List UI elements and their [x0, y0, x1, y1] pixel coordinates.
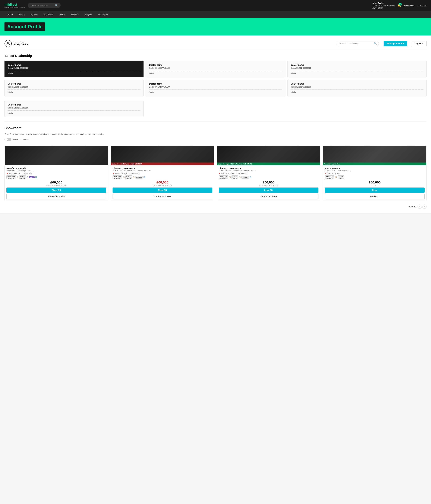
place-bid-button[interactable]: Place Bid — [219, 188, 318, 193]
vehicle-price: £00,000 — [219, 180, 318, 184]
logged-in-name: Andy Dealer — [14, 43, 28, 46]
notifications-badge: 25 — [399, 3, 402, 6]
dealer-card[interactable]: Dealer name Dealer ID: 192477181190 Admi… — [4, 61, 144, 77]
dealer-shop: 12345 The Great Big Car Shop — [372, 4, 395, 7]
vehicle-price: £00,000 — [113, 180, 212, 184]
vehicle-variant: C5 AIRCROSS 1.5 BlueHDi 130 Flair Plus 5… — [219, 170, 318, 172]
nav-purchases[interactable]: Purchases — [41, 11, 56, 18]
place-bid-button[interactable]: Place Bid — [6, 188, 106, 193]
dealer-card[interactable]: Dealer name Dealer ID: 192477181190 Admi… — [287, 61, 427, 77]
vehicle-info: Manufacturer Model Variant info.... ... … — [5, 165, 108, 201]
showroom-title: Showroom — [4, 126, 427, 130]
vehicle-make: Mercedes-Benz — [325, 167, 425, 170]
dealer-card-id: Dealer ID: 192477181190 — [8, 67, 140, 71]
logo-sub: Powered by Motability Operations — [4, 7, 25, 8]
buy-now-button[interactable]: Buy Now for £29,000 — [6, 194, 106, 199]
header: mfldirect Powered by Motability Operatio… — [0, 0, 431, 11]
location-icon: 📍 — [6, 173, 8, 174]
log-out-button[interactable]: Log Out — [411, 41, 427, 46]
vehicle-search-container: 🔍 — [28, 3, 61, 8]
vehicle-card: You're the highest bidder Your max bid: … — [217, 146, 320, 201]
nav-our-impact[interactable]: Our Impact — [95, 11, 111, 18]
nav-home[interactable]: Home — [4, 11, 16, 18]
dealer-card-role: Admin — [149, 72, 282, 74]
bid-status-banner: You've been outbid Your max bid: £00,000 — [111, 162, 214, 165]
view-all-row: View All ‹ › — [4, 203, 427, 209]
buy-now-button[interactable]: Buy Now for £15,000 — [113, 194, 212, 199]
place-bid-button[interactable]: Place — [325, 188, 425, 193]
location-icon: 📍 — [219, 173, 220, 174]
search-icon: 🔍 — [55, 4, 58, 7]
place-bid-button[interactable]: Place Bid — [113, 188, 212, 193]
next-arrow[interactable]: › — [422, 205, 427, 209]
dealer-card-name: Dealer name — [149, 82, 282, 85]
carousel-nav: ‹ › — [418, 205, 427, 209]
dealer-name: Andy Dealer — [372, 2, 395, 4]
dealer-card[interactable]: Dealer name Dealer ID: 192477181190 Admi… — [4, 100, 144, 117]
dealer-card-id: Dealer ID: 192477181190 — [8, 86, 140, 90]
nav-rewards[interactable]: Rewards — [68, 11, 81, 18]
dealer-card-role: Admin — [291, 91, 423, 93]
info-icon[interactable]: ℹ️ — [250, 176, 251, 178]
dealer-card-name: Dealer name — [8, 63, 140, 66]
copy-icon-2[interactable]: 📋 — [27, 176, 29, 178]
tag-reg: Mmm YYYYWW00XYZ — [6, 175, 16, 179]
notifications-button[interactable]: 🔔 25 Notifications — [397, 4, 414, 7]
copy-icon[interactable]: 📋 — [229, 176, 231, 178]
manage-account-button[interactable]: Manage Account — [384, 41, 407, 46]
avatar — [4, 40, 12, 47]
vehicle-price: £00,000 — [6, 180, 106, 184]
view-all-link[interactable]: View All — [409, 206, 416, 208]
info-icon[interactable]: ℹ️ — [143, 176, 145, 178]
vehicle-card: You've been outbid Your max bid: £00,000… — [111, 146, 214, 201]
buy-now-button[interactable]: Buy Now f... — [325, 194, 425, 199]
vehicle-auction-info: 0 bids | Auction ends at 17:00 — [6, 185, 106, 186]
showroom-toggle-row: Switch on showroom — [4, 138, 427, 141]
dealer-card[interactable]: Dealer name Dealer ID: 192477181190 Admi… — [146, 80, 285, 96]
dealer-card[interactable]: Dealer name Dealer ID: 192477181190 Admi… — [4, 80, 144, 96]
nav-search[interactable]: Search — [16, 11, 28, 18]
nav-analytics[interactable]: Analytics — [81, 11, 95, 18]
dealer-card-id-val: 192477181190 — [158, 67, 170, 69]
toggle-knob — [5, 138, 8, 141]
copy-icon[interactable]: 📋 — [335, 176, 337, 178]
copy-icon[interactable]: 📋 — [123, 176, 125, 178]
location-icon: 📍 — [113, 173, 114, 174]
showroom-toggle[interactable] — [4, 138, 11, 141]
copy-icon-2[interactable]: 📋 — [133, 176, 135, 178]
tag-reg: Mmm YYYYWW00XYZ — [325, 175, 334, 179]
header-right: Andy Dealer 12345 The Great Big Car Shop… — [372, 2, 427, 9]
vehicle-info: Citroen C5 AIRCROSS C5 AIRCROSS 1.5 Blue… — [217, 165, 320, 201]
prev-arrow[interactable]: ‹ — [418, 205, 422, 209]
nav-claims[interactable]: Claims — [56, 11, 68, 18]
tag-reg: Mmm YYYYWW00XYZ — [219, 175, 228, 179]
dealer-card-name: Dealer name — [291, 82, 423, 85]
dealer-card[interactable]: Dealer name Dealer ID: 192477181190 Admi… — [146, 61, 285, 77]
page-title: Account Profile — [4, 22, 45, 31]
tag-cap: CAP ID000000 — [126, 175, 132, 179]
nav-my-bids[interactable]: My Bids — [28, 11, 41, 18]
dealer-card-id-val: 192477181190 — [158, 86, 170, 88]
copy-icon-2[interactable]: 📋 — [239, 176, 241, 178]
showroom-toggle-label: Switch on showroom — [13, 138, 31, 141]
buy-now-button[interactable]: Buy Now for £15,450 — [219, 194, 318, 199]
tag-cap: CAP ID000000 — [232, 175, 238, 179]
dealer-card-role: Admin — [291, 72, 423, 74]
copy-icon[interactable]: 📋 — [17, 176, 19, 178]
dealer-card-id: Dealer ID: 192477181190 — [8, 107, 140, 111]
bid-status-banner: You're the highest b... — [323, 162, 426, 165]
dealership-search-input[interactable] — [337, 41, 379, 46]
bid-status-banner: You're the highest bidder Your max bid: … — [217, 162, 320, 165]
vehicle-search-input[interactable] — [30, 4, 54, 7]
dealer-card-id: Dealer ID: 192477181190 — [149, 86, 282, 90]
dealer-card-id: Dealer ID: 192477181190 — [149, 67, 282, 71]
notifications-label: Notifications — [404, 4, 414, 7]
vehicle-location: 📍 Lincoln, LN6 7QY ⏱ 17,340 miles — [113, 173, 212, 174]
vehicle-variant: GLA CLASS GLA 200 5dr Auto SUV — [325, 170, 425, 172]
mileage-icon: ⏱ — [236, 173, 237, 174]
mileage-icon: ⏱ — [22, 173, 24, 174]
shortlist-button[interactable]: ☆ Shortlist — [417, 4, 427, 7]
vehicle-auction-info: 0 bids | Auction ends at 17:00 — [219, 185, 318, 186]
dealer-card[interactable]: Dealer name Dealer ID: 192477181190 Admi… — [287, 80, 427, 96]
info-icon[interactable]: ℹ️ — [35, 176, 37, 178]
